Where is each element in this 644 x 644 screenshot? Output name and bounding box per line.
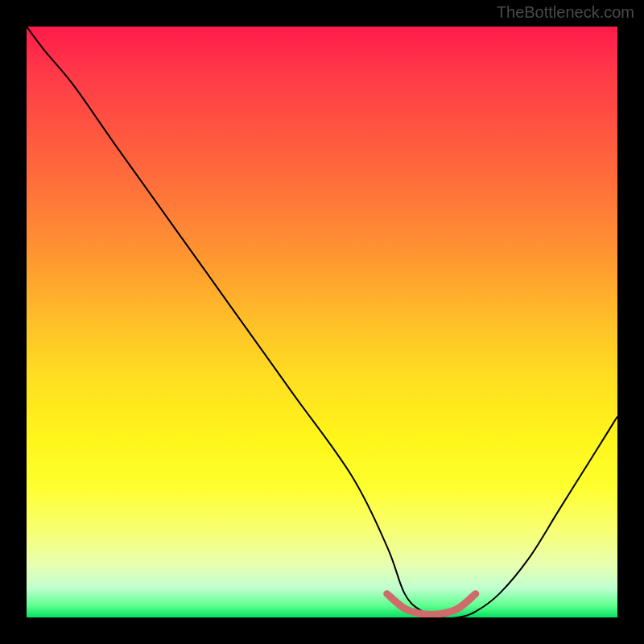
- chart-area: [27, 27, 617, 617]
- highlight-segment-path: [387, 594, 476, 615]
- watermark-text: TheBottleneck.com: [497, 3, 634, 22]
- bottleneck-curve-path: [27, 27, 617, 617]
- chart-svg: [27, 27, 617, 617]
